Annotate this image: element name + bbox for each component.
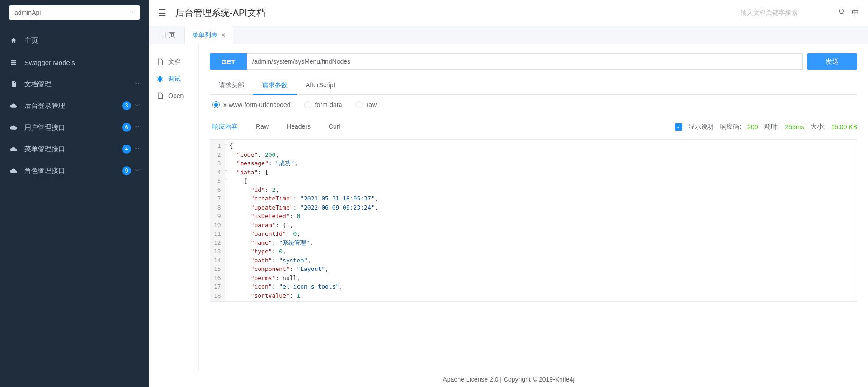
status-code: 200 — [747, 123, 758, 131]
app-title: 后台管理系统-API文档 — [175, 7, 739, 19]
chevron-down-icon: ﹀ — [135, 124, 140, 131]
search-input[interactable] — [739, 6, 834, 19]
tab-label: 菜单列表 — [192, 31, 217, 39]
radio-label: form-data — [315, 101, 342, 108]
subnav-debug[interactable]: 调试 — [149, 70, 198, 88]
chevron-down-icon: ﹀ — [135, 145, 140, 153]
size-label: 大小: — [811, 123, 825, 131]
main: ☰ 后台管理系统-API文档 中 主页 菜单列表 ✕ 文档 — [149, 0, 868, 387]
footer: Apache License 2.0 | Copyright © 2019-Kn… — [149, 371, 868, 387]
chevron-down-icon: ﹀ — [135, 167, 140, 175]
response-meta: ✓ 显示说明 响应码: 200 耗时: 255ms 大小: 15.00 KB — [675, 123, 857, 131]
sidebar-item-label: Swagger Models — [24, 59, 140, 66]
count-badge: 3 — [122, 101, 131, 110]
sub-nav: 文档 调试 Open — [149, 44, 199, 371]
code-content: { "code": 200, "message": "成功", "data": … — [225, 140, 857, 301]
tab-label: 主页 — [162, 31, 175, 39]
sidebar-item-label: 用户管理接口 — [24, 123, 122, 132]
tab-response-body[interactable]: 响应内容 — [212, 119, 238, 135]
chevron-down-icon: ﹀ — [130, 9, 136, 17]
sidebar-item-user[interactable]: 用户管理接口 6 ﹀ — [0, 117, 149, 138]
lang-toggle[interactable]: 中 — [852, 8, 859, 18]
send-button[interactable]: 发送 — [807, 53, 857, 70]
tab-menu-list[interactable]: 菜单列表 ✕ — [184, 26, 233, 44]
response-tabs: 响应内容 Raw Headers Curl — [210, 119, 675, 135]
tab-response-raw[interactable]: Raw — [256, 119, 269, 135]
line-gutter: 1234567891011121314151617181920212223242… — [210, 140, 225, 301]
home-icon — [9, 37, 18, 44]
bug-icon — [156, 75, 165, 83]
radio-formdata[interactable]: form-data — [304, 101, 342, 108]
url-input[interactable]: /admin/system/sysMenu/findNodes — [247, 53, 803, 70]
close-icon[interactable]: ✕ — [221, 32, 226, 38]
tab-headers[interactable]: 请求头部 — [210, 77, 253, 95]
elapsed-time: 255ms — [785, 123, 804, 131]
radio-urlencoded[interactable]: x-www-form-urlencoded — [212, 101, 291, 108]
http-method: GET — [210, 53, 247, 70]
count-badge: 9 — [122, 166, 131, 175]
tab-afterscript[interactable]: AfterScript — [297, 77, 344, 95]
content: 文档 调试 Open GET /admin/system/sysMenu/fin… — [149, 44, 868, 371]
sidebar-item-label: 角色管理接口 — [24, 167, 122, 175]
search-icon[interactable] — [838, 8, 845, 18]
sidebar-item-label: 文档管理 — [24, 80, 135, 89]
sidebar: adminApi ﹀ 主页 Swagger Models 文档管理 ﹀ 后台登录… — [0, 0, 149, 387]
api-selector[interactable]: adminApi ﹀ — [9, 5, 140, 20]
response-size: 15.00 KB — [831, 123, 857, 131]
code-label: 响应码: — [720, 123, 741, 131]
tab-home[interactable]: 主页 — [155, 26, 183, 44]
panel: GET /admin/system/sysMenu/findNodes 发送 请… — [199, 44, 868, 371]
body-type-radios: x-www-form-urlencoded form-data raw — [210, 101, 857, 108]
file-icon — [156, 58, 165, 65]
sidebar-item-label: 菜单管理接口 — [24, 145, 122, 154]
radio-icon — [356, 101, 363, 108]
tab-response-curl[interactable]: Curl — [329, 119, 340, 135]
chevron-down-icon: ﹀ — [135, 102, 140, 110]
checkbox-icon[interactable]: ✓ — [675, 123, 682, 131]
tabs-bar: 主页 菜单列表 ✕ — [149, 26, 868, 44]
tab-params[interactable]: 请求参数 — [253, 77, 297, 95]
sidebar-item-menu[interactable]: 菜单管理接口 4 ﹀ — [0, 138, 149, 160]
count-badge: 6 — [122, 123, 131, 132]
radio-icon — [212, 101, 220, 108]
sidebar-item-label: 后台登录管理 — [24, 102, 122, 110]
radio-raw[interactable]: raw — [356, 101, 377, 108]
chevron-down-icon: ﹀ — [135, 80, 140, 88]
radio-icon — [304, 101, 311, 108]
cloud-icon — [9, 145, 18, 153]
time-label: 耗时: — [764, 123, 779, 131]
subnav-label: 调试 — [168, 75, 181, 83]
response-header: 响应内容 Raw Headers Curl ✓ 显示说明 响应码: 200 耗时… — [210, 119, 857, 135]
radio-label: x-www-form-urlencoded — [223, 101, 291, 108]
sidebar-item-home[interactable]: 主页 — [0, 30, 149, 51]
subnav-label: 文档 — [168, 58, 181, 66]
sidebar-item-login[interactable]: 后台登录管理 3 ﹀ — [0, 95, 149, 117]
doc-icon — [9, 80, 18, 88]
sidebar-item-role[interactable]: 角色管理接口 9 ﹀ — [0, 160, 149, 182]
subnav-open[interactable]: Open — [149, 88, 198, 104]
cloud-icon — [9, 102, 18, 109]
request-row: GET /admin/system/sysMenu/findNodes 发送 — [210, 53, 857, 70]
tab-response-headers[interactable]: Headers — [287, 119, 311, 135]
topbar: ☰ 后台管理系统-API文档 中 — [149, 0, 868, 26]
sidebar-item-docs[interactable]: 文档管理 ﹀ — [0, 73, 149, 95]
radio-label: raw — [367, 101, 377, 108]
sidebar-item-models[interactable]: Swagger Models — [0, 51, 149, 73]
request-tabs: 请求头部 请求参数 AfterScript — [210, 77, 857, 95]
collapse-icon[interactable]: ☰ — [158, 8, 166, 19]
sidebar-item-label: 主页 — [24, 37, 140, 45]
models-icon — [9, 59, 18, 66]
count-badge: 4 — [122, 145, 131, 154]
subnav-doc[interactable]: 文档 — [149, 53, 198, 70]
api-selector-value: adminApi — [14, 9, 41, 16]
subnav-label: Open — [168, 92, 184, 99]
cloud-icon — [9, 167, 18, 174]
show-desc-label: 显示说明 — [689, 123, 714, 131]
sidebar-menu: 主页 Swagger Models 文档管理 ﹀ 后台登录管理 3 ﹀ 用户管理… — [0, 25, 149, 387]
response-body[interactable]: 1234567891011121314151617181920212223242… — [210, 139, 857, 302]
file-icon — [156, 92, 165, 99]
cloud-icon — [9, 124, 18, 131]
